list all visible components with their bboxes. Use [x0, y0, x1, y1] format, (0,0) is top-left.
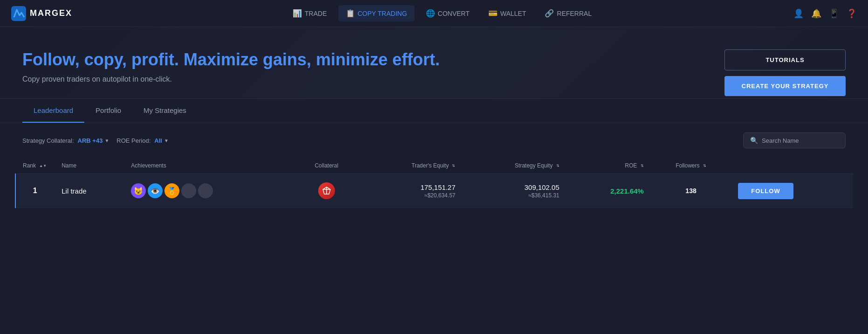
row-strategy-equity: 309,102.05 ≈$36,415.31: [463, 174, 567, 208]
followers-sort-icon: ⇅: [703, 164, 706, 168]
nav-label-referral: REFERRAL: [557, 10, 592, 17]
phone-icon[interactable]: 📱: [829, 8, 839, 19]
row-action: FOLLOW: [731, 174, 853, 208]
filter-bar: Strategy Collateral: ARB +43 ▼ ROE Perio…: [0, 123, 868, 158]
row-rank: 1: [15, 174, 54, 208]
wallet-icon: 💳: [488, 9, 498, 18]
nav-item-referral[interactable]: 🔗 REFERRAL: [537, 5, 599, 21]
leaderboard-table-container: Rank ▲▼ Name Achievements Collateral Tra…: [0, 158, 868, 223]
achievement-badge-3: 🏅: [164, 183, 179, 198]
hero-headline: Follow, copy, profit. Maximize gains, mi…: [22, 49, 442, 70]
tutorials-button[interactable]: TUTORIALS: [724, 49, 846, 70]
account-icon[interactable]: 👤: [793, 8, 804, 19]
roe-filter-value[interactable]: All ▼: [154, 137, 169, 144]
collateral-icon: [318, 182, 335, 199]
main-nav: 📊 TRADE 📋 COPY TRADING 🌐 CONVERT 💳 WALLE…: [91, 5, 793, 21]
strategy-equity-sort-icon: ⇅: [556, 164, 560, 168]
collateral-filter: Strategy Collateral: ARB +43 ▼: [22, 137, 109, 144]
collateral-filter-label: Strategy Collateral:: [22, 137, 74, 144]
help-icon[interactable]: ❓: [847, 8, 857, 19]
logo-text: MARGEX: [30, 8, 72, 18]
collateral-chevron-icon: ▼: [104, 138, 109, 143]
col-rank[interactable]: Rank ▲▼: [15, 158, 54, 174]
search-icon: 🔍: [750, 137, 758, 144]
col-name: Name: [54, 158, 123, 174]
row-roe: 2,221.64%: [567, 174, 651, 208]
tab-my-strategies[interactable]: My Strategies: [132, 99, 198, 123]
nav-label-trade: TRADE: [305, 10, 327, 17]
nav-label-copy-trading: COPY TRADING: [358, 10, 407, 17]
col-action: [731, 158, 853, 174]
col-collateral: Collateral: [293, 158, 360, 174]
row-collateral: [293, 174, 360, 208]
copy-trading-icon: 📋: [346, 9, 355, 18]
roe-chevron-icon: ▼: [164, 138, 169, 143]
follow-button[interactable]: FOLLOW: [738, 183, 793, 199]
roe-filter-label: ROE Period:: [116, 137, 150, 144]
nav-label-wallet: WALLET: [500, 10, 526, 17]
nav-item-trade[interactable]: 📊 TRADE: [285, 5, 334, 21]
nav-label-convert: CONVERT: [438, 10, 470, 17]
hero-section: Follow, copy, profit. Maximize gains, mi…: [0, 27, 868, 99]
achievement-badge-2: 👁️: [148, 183, 163, 198]
referral-icon: 🔗: [545, 9, 554, 18]
trader-equity-sort-icon: ⇅: [452, 164, 455, 168]
collateral-filter-value[interactable]: ARB +43 ▼: [78, 137, 109, 144]
table-row: 1 Lil trade 😺 👁️ 🏅: [15, 174, 853, 208]
table-header: Rank ▲▼ Name Achievements Collateral Tra…: [15, 158, 853, 174]
col-strategy-equity[interactable]: Strategy Equity ⇅: [463, 158, 567, 174]
logo[interactable]: MARGEX: [11, 6, 72, 21]
tabs: Leaderboard Portfolio My Strategies: [0, 99, 868, 123]
hero-content: Follow, copy, profit. Maximize gains, mi…: [22, 49, 442, 84]
margex-logo-icon: [11, 6, 26, 21]
row-achievements: 😺 👁️ 🏅: [123, 174, 293, 208]
bell-icon[interactable]: 🔔: [811, 8, 821, 19]
navbar-actions: 👤 🔔 📱 ❓: [793, 8, 857, 19]
tab-leaderboard[interactable]: Leaderboard: [22, 99, 84, 123]
navbar: MARGEX 📊 TRADE 📋 COPY TRADING 🌐 CONVERT …: [0, 0, 868, 27]
achievement-badge-4: [181, 183, 196, 198]
row-followers: 138: [651, 174, 731, 208]
hero-subtext: Copy proven traders on autopilot in one-…: [22, 75, 442, 84]
trade-icon: 📊: [293, 9, 302, 18]
roe-period-filter: ROE Period: All ▼: [116, 137, 169, 144]
nav-item-convert[interactable]: 🌐 CONVERT: [418, 5, 477, 21]
achievement-badge-1: 😺: [131, 183, 146, 198]
roe-sort-icon: ⇅: [641, 164, 644, 168]
col-trader-equity[interactable]: Trader's Equity ⇅: [360, 158, 463, 174]
hero-buttons: TUTORIALS CREATE YOUR STRATEGY: [724, 49, 846, 96]
col-achievements: Achievements: [123, 158, 293, 174]
row-name: Lil trade: [54, 174, 123, 208]
nav-item-copy-trading[interactable]: 📋 COPY TRADING: [338, 5, 415, 21]
search-input[interactable]: [762, 137, 839, 144]
search-box[interactable]: 🔍: [743, 132, 846, 148]
rank-sort-icon: ▲▼: [39, 164, 47, 168]
achievements-list: 😺 👁️ 🏅: [131, 183, 285, 198]
tab-portfolio[interactable]: Portfolio: [84, 99, 132, 123]
table-body: 1 Lil trade 😺 👁️ 🏅: [15, 174, 853, 208]
leaderboard-table: Rank ▲▼ Name Achievements Collateral Tra…: [15, 158, 853, 208]
achievement-badge-5: [198, 183, 213, 198]
nav-item-wallet[interactable]: 💳 WALLET: [481, 5, 534, 21]
row-trader-equity: 175,151.27 ≈$20,634.57: [360, 174, 463, 208]
convert-icon: 🌐: [426, 9, 435, 18]
col-roe[interactable]: ROE ⇅: [567, 158, 651, 174]
col-followers[interactable]: Followers ⇅: [651, 158, 731, 174]
trx-symbol: [321, 186, 332, 196]
create-strategy-button[interactable]: CREATE YOUR STRATEGY: [724, 76, 846, 96]
